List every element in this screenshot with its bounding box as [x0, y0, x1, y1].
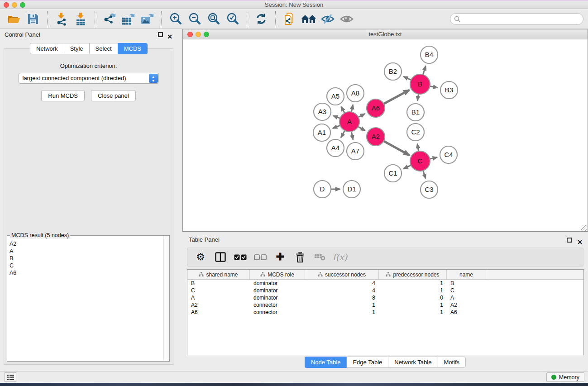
column-header-successor-nodes[interactable]: successor nodes	[305, 270, 379, 279]
edge-A6-B[interactable]	[384, 90, 410, 104]
mcds-result-item[interactable]: C	[8, 262, 163, 269]
refresh-button[interactable]	[252, 11, 271, 27]
import-network-button[interactable]	[52, 11, 71, 27]
export-network-button[interactable]	[100, 11, 119, 27]
tab-mcds[interactable]: MCDS	[118, 43, 148, 54]
float-table-panel-icon[interactable]	[567, 238, 572, 243]
minimize-window-button[interactable]	[12, 2, 17, 8]
hide-selected-button[interactable]	[318, 11, 337, 27]
node-A7[interactable]: A7	[347, 143, 364, 160]
memory-button[interactable]: Memory	[546, 372, 584, 382]
table-row[interactable]: Bdominator41B	[187, 280, 583, 287]
table-cell[interactable]: A	[187, 294, 250, 301]
open-session-button[interactable]	[5, 11, 24, 27]
table-cell[interactable]: B	[187, 280, 250, 287]
mcds-result-item[interactable]: A2	[8, 240, 163, 248]
column-header-shared-name[interactable]: shared name	[187, 270, 250, 279]
search-field[interactable]	[450, 13, 583, 25]
show-all-button[interactable]	[337, 11, 356, 27]
edge-A-A7[interactable]	[351, 132, 353, 140]
tab-style[interactable]: Style	[64, 43, 89, 54]
run-mcds-button[interactable]: Run MCDS	[41, 90, 85, 101]
edge-B-B4[interactable]	[423, 66, 425, 75]
column-header-name[interactable]: name	[447, 270, 486, 279]
float-panel-icon[interactable]	[158, 32, 163, 37]
node-B[interactable]: B	[410, 74, 430, 94]
table-cell[interactable]: dominator	[250, 287, 305, 294]
zoom-fit-button[interactable]	[204, 11, 223, 27]
export-table-button[interactable]	[119, 11, 138, 27]
table-cell[interactable]: dominator	[250, 280, 305, 287]
node-A1[interactable]: A1	[313, 124, 330, 141]
edge-A-A2[interactable]	[358, 127, 365, 131]
tab-node-table[interactable]: Node Table	[305, 357, 347, 368]
table-cell[interactable]: B	[447, 280, 486, 287]
node-C2[interactable]: C2	[407, 124, 424, 141]
criterion-dropdown[interactable]: largest connected component (directed) ▲…	[19, 73, 159, 84]
node-table[interactable]: shared nameMCDS rolesuccessor nodesprede…	[187, 269, 584, 355]
edge-A-A3[interactable]	[333, 116, 340, 118]
edge-C-C3[interactable]	[423, 171, 425, 178]
edge-C-C2[interactable]	[417, 144, 419, 152]
table-row[interactable]: A2connector11A2	[187, 301, 583, 309]
table-cell[interactable]: dominator	[250, 294, 305, 301]
deselect-all-button[interactable]	[253, 249, 268, 265]
node-B2[interactable]: B2	[384, 63, 402, 80]
table-cell[interactable]: C	[187, 287, 250, 294]
node-B1[interactable]: B1	[407, 104, 424, 121]
tab-network-table[interactable]: Network Table	[388, 357, 437, 368]
table-cell[interactable]: 8	[305, 294, 379, 301]
table-cell[interactable]: 1	[305, 309, 379, 316]
table-row[interactable]: Cdominator41C	[187, 287, 583, 294]
task-history-button[interactable]	[5, 372, 16, 382]
table-cell[interactable]: 1	[305, 301, 379, 309]
network-graph[interactable]: AA1A2A3A4A5A6A7A8BB1B2B3B4CC1C2C3C4DD1	[183, 39, 588, 232]
table-row[interactable]: A6connector11A6	[187, 309, 583, 316]
node-A[interactable]: A	[339, 112, 359, 132]
save-session-button[interactable]	[24, 11, 43, 27]
network-close-button[interactable]	[187, 32, 193, 37]
node-A6[interactable]: A6	[367, 99, 385, 117]
mcds-result-item[interactable]: B	[8, 255, 163, 262]
table-cell[interactable]: 0	[379, 294, 447, 301]
node-C[interactable]: C	[410, 151, 430, 171]
table-cell[interactable]: A	[447, 294, 486, 301]
window-resize-grip[interactable]	[581, 225, 587, 231]
network-canvas[interactable]: AA1A2A3A4A5A6A7A8BB1B2B3B4CC1C2C3C4DD1	[183, 39, 588, 231]
node-B3[interactable]: B3	[440, 81, 458, 99]
edge-C-C4[interactable]	[430, 157, 437, 159]
node-B4[interactable]: B4	[421, 46, 438, 63]
tab-motifs[interactable]: Motifs	[437, 357, 466, 368]
edge-A-A5[interactable]	[341, 107, 345, 113]
table-cell[interactable]: 1	[379, 287, 447, 294]
column-settings-button[interactable]: ⚙	[193, 249, 208, 265]
tab-network[interactable]: Network	[30, 43, 64, 54]
node-A5[interactable]: A5	[327, 88, 344, 105]
maximize-window-button[interactable]	[20, 2, 25, 8]
table-cell[interactable]: A2	[447, 301, 486, 309]
node-A3[interactable]: A3	[314, 103, 331, 120]
table-cell[interactable]: connector	[250, 301, 305, 309]
zoom-selected-button[interactable]	[223, 11, 242, 27]
reset-layout-home-button[interactable]	[299, 11, 318, 27]
tab-select[interactable]: Select	[89, 43, 118, 54]
export-image-button[interactable]	[138, 11, 157, 27]
node-D[interactable]: D	[314, 181, 331, 198]
delete-column-button[interactable]	[292, 249, 308, 265]
search-input[interactable]	[463, 14, 583, 24]
network-minimize-button[interactable]	[196, 32, 201, 37]
node-C1[interactable]: C1	[384, 165, 402, 182]
split-panel-button[interactable]	[213, 249, 228, 265]
node-C4[interactable]: C4	[440, 146, 457, 163]
network-maximize-button[interactable]	[204, 32, 209, 37]
add-column-button[interactable]: ✚	[272, 249, 288, 265]
table-cell[interactable]: 1	[379, 301, 447, 309]
edge-C-C1[interactable]	[404, 165, 411, 168]
node-A8[interactable]: A8	[347, 85, 364, 102]
mcds-result-item[interactable]: A	[8, 248, 163, 255]
column-header-MCDS-role[interactable]: MCDS role	[250, 270, 305, 279]
function-builder-button[interactable]: f(x)	[332, 249, 348, 265]
edge-A-A8[interactable]	[351, 105, 353, 112]
clone-network-button[interactable]	[280, 11, 299, 27]
table-row[interactable]: Adominator80A	[187, 294, 583, 301]
